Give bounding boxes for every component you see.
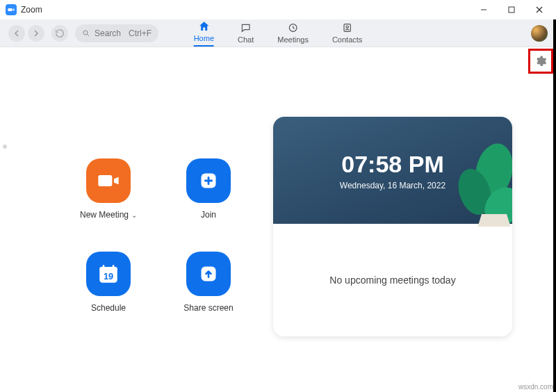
share-label: Share screen [183, 303, 233, 313]
chevron-down-icon[interactable]: ⌄ [131, 211, 137, 219]
svg-rect-1 [509, 7, 514, 13]
settings-button[interactable] [532, 52, 550, 70]
clock-time: 07:58 PM [341, 151, 443, 178]
schedule-label: Schedule [91, 303, 126, 313]
panel-body: No upcoming meetings today [273, 224, 512, 336]
tab-meetings[interactable]: Meetings [277, 22, 309, 47]
clock-icon [288, 22, 299, 34]
clock-date: Wednesday, 16 March, 2022 [340, 181, 445, 190]
new-meeting-button[interactable]: New Meeting⌄ [75, 158, 142, 220]
app-icon [6, 4, 17, 15]
calendar-icon: 19 [86, 252, 131, 296]
new-meeting-label: New Meeting⌄ [80, 210, 137, 220]
action-grid: New Meeting⌄ Join 19 Schedule Share scre… [75, 158, 242, 313]
share-icon [186, 252, 231, 296]
back-button[interactable] [8, 25, 25, 42]
svg-rect-12 [103, 265, 105, 269]
toolbar: Search Ctrl+F Home Chat Meetings Conta [0, 19, 556, 47]
plus-icon [186, 158, 231, 203]
join-label: Join [201, 210, 216, 220]
panel-clock: 07:58 PM Wednesday, 16 March, 2022 [273, 117, 512, 224]
tab-contacts[interactable]: Contacts [332, 22, 362, 47]
gear-icon [534, 55, 547, 67]
svg-point-4 [83, 31, 88, 35]
svg-line-5 [88, 34, 90, 36]
watermark: wsxdn.com [518, 383, 553, 391]
minimize-button[interactable] [470, 0, 498, 19]
history-button[interactable] [51, 25, 68, 42]
video-icon [86, 158, 131, 203]
contacts-icon [342, 22, 353, 34]
tab-home[interactable]: Home [194, 20, 214, 47]
home-content: New Meeting⌄ Join 19 Schedule Share scre… [0, 47, 556, 392]
svg-rect-13 [113, 265, 115, 269]
decorative-dot [3, 145, 7, 149]
tab-chat[interactable]: Chat [238, 22, 254, 47]
search-icon [82, 29, 90, 38]
tab-contacts-label: Contacts [332, 35, 362, 44]
settings-highlight [528, 49, 553, 74]
window-title: Zoom [21, 5, 42, 15]
meetings-panel: 07:58 PM Wednesday, 16 March, 2022 No up… [273, 117, 512, 336]
share-screen-button[interactable]: Share screen [175, 252, 242, 313]
home-icon [197, 20, 210, 33]
window-edge [553, 19, 556, 392]
join-button[interactable]: Join [175, 158, 242, 220]
search-shortcut: Ctrl+F [129, 28, 152, 38]
avatar[interactable] [531, 25, 548, 42]
nav-tabs: Home Chat Meetings Contacts [194, 19, 363, 47]
forward-button[interactable] [28, 25, 44, 42]
tab-home-label: Home [194, 34, 214, 42]
close-button[interactable] [525, 0, 553, 19]
schedule-button[interactable]: 19 Schedule [75, 252, 142, 313]
chat-icon [240, 22, 252, 34]
tab-chat-label: Chat [238, 35, 254, 44]
search-label: Search [95, 28, 121, 38]
empty-message: No upcoming meetings today [329, 275, 455, 286]
svg-text:19: 19 [104, 271, 113, 281]
plant-decoration [440, 143, 512, 227]
svg-point-8 [346, 26, 348, 28]
titlebar: Zoom [0, 0, 556, 19]
maximize-button[interactable] [498, 0, 525, 19]
tab-meetings-label: Meetings [277, 35, 309, 44]
search-input[interactable]: Search Ctrl+F [75, 24, 158, 42]
